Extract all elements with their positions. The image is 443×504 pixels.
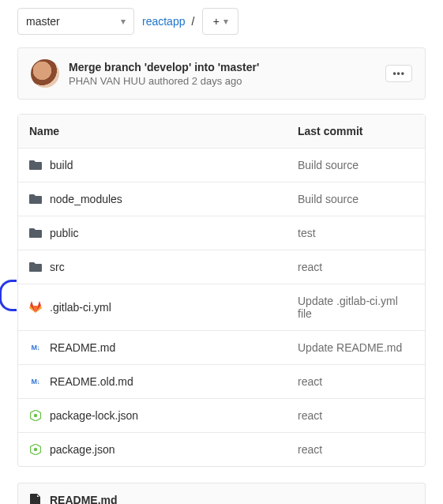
table-row[interactable]: package-lock.jsonreact (18, 399, 425, 433)
folder-icon (29, 193, 42, 205)
branch-selector[interactable]: master ▾ (17, 8, 134, 35)
file-name-cell[interactable]: M↓README.old.md (18, 365, 287, 398)
file-name-cell[interactable]: package-lock.json (18, 399, 287, 432)
file-table: Name Last commit buildBuild sourcenode_m… (17, 114, 426, 467)
table-header-row: Name Last commit (18, 115, 425, 149)
file-name-cell[interactable]: M↓README.md (18, 331, 287, 364)
plus-icon: + (213, 15, 220, 28)
npm-icon (29, 443, 42, 456)
readme-filename[interactable]: README.md (50, 494, 118, 504)
table-row[interactable]: node_modulesBuild source (18, 182, 425, 216)
last-commit-cell[interactable]: Update .gitlab-ci.yml file (287, 284, 425, 330)
commit-verb: authored (148, 75, 189, 87)
add-dropdown-button[interactable]: + ▾ (202, 8, 238, 35)
file-name-cell[interactable]: .gitlab-ci.yml (18, 284, 287, 330)
file-name-cell[interactable]: node_modules (18, 182, 287, 216)
avatar[interactable] (31, 59, 59, 88)
readme-panel: README.md (17, 483, 426, 504)
breadcrumb-root[interactable]: reactapp (142, 15, 185, 28)
commit-time: 2 days ago (192, 75, 242, 87)
table-row[interactable]: M↓README.old.mdreact (18, 365, 425, 399)
folder-icon (29, 227, 42, 239)
file-name: package-lock.json (50, 409, 138, 422)
file-name: build (50, 159, 73, 171)
last-commit-cell[interactable]: Build source (287, 182, 425, 216)
table-row[interactable]: .gitlab-ci.ymlUpdate .gitlab-ci.yml file (18, 284, 425, 331)
commit-author[interactable]: PHAN VAN HUU (69, 75, 145, 87)
file-name: package.json (50, 443, 115, 456)
last-commit-cell[interactable]: react (287, 365, 425, 398)
branch-name: master (26, 15, 60, 28)
header-commit[interactable]: Last commit (287, 115, 425, 148)
folder-icon (29, 261, 42, 273)
file-name-cell[interactable]: package.json (18, 433, 287, 466)
last-commit-cell[interactable]: react (287, 399, 425, 432)
file-name: node_modules (50, 193, 122, 205)
document-icon (29, 494, 42, 504)
gitlab-icon (29, 301, 42, 314)
table-row[interactable]: package.jsonreact (18, 433, 425, 466)
file-name: .gitlab-ci.yml (50, 301, 111, 314)
table-row[interactable]: buildBuild source (18, 149, 425, 182)
breadcrumb: reactapp / (142, 15, 194, 28)
last-commit-cell[interactable]: test (287, 216, 425, 250)
commit-meta: PHAN VAN HUU authored 2 days ago (69, 75, 376, 87)
file-name: public (50, 227, 79, 239)
npm-icon (29, 409, 42, 422)
last-commit-cell[interactable]: react (287, 250, 425, 284)
file-name-cell[interactable]: build (18, 149, 287, 182)
file-name-cell[interactable]: src (18, 250, 287, 284)
last-commit-cell[interactable]: Update README.md (287, 331, 425, 364)
chevron-down-icon: ▾ (121, 16, 126, 27)
header-name[interactable]: Name (18, 115, 287, 148)
commit-message[interactable]: Merge branch 'develop' into 'master' (69, 61, 376, 73)
file-name: README.old.md (50, 375, 133, 388)
commit-info: Merge branch 'develop' into 'master' PHA… (69, 61, 376, 87)
table-row[interactable]: srcreact (18, 250, 425, 284)
last-commit-cell[interactable]: react (287, 433, 425, 466)
breadcrumb-separator: / (191, 15, 194, 28)
svg-point-1 (34, 414, 37, 417)
annotation-marker (0, 280, 17, 311)
chevron-down-icon: ▾ (223, 16, 228, 27)
last-commit-cell[interactable]: Build source (287, 149, 425, 182)
last-commit-panel: Merge branch 'develop' into 'master' PHA… (17, 47, 426, 100)
svg-point-3 (34, 448, 37, 451)
commit-more-button[interactable]: ••• (385, 65, 412, 82)
markdown-icon: M↓ (29, 341, 42, 354)
file-name: src (50, 261, 65, 273)
markdown-icon: M↓ (29, 375, 42, 388)
table-row[interactable]: publictest (18, 216, 425, 250)
table-row[interactable]: M↓README.mdUpdate README.md (18, 331, 425, 365)
file-name: README.md (50, 341, 115, 354)
folder-icon (29, 159, 42, 171)
file-name-cell[interactable]: public (18, 216, 287, 250)
